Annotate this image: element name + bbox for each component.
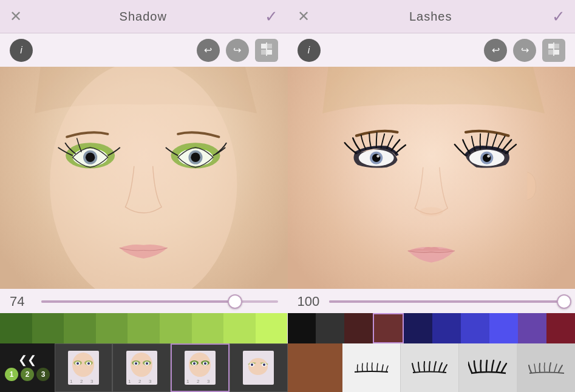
shadow-style-row: ❮❮ 1 2 3 [0, 343, 288, 392]
lashes-style-row [288, 343, 576, 392]
lashes-swatches [288, 313, 576, 343]
shadow-swatch-7[interactable] [192, 313, 224, 343]
svg-rect-55 [548, 44, 553, 49]
shadow-toolbar: i ↩ ↪ [0, 33, 288, 67]
lashes-slider-track[interactable] [329, 300, 566, 303]
shadow-slider-value: 74 [10, 294, 34, 309]
flip-icon [260, 42, 273, 58]
svg-point-43 [193, 362, 196, 365]
shadow-slider-area: 74 [0, 289, 288, 313]
svg-point-54 [263, 363, 265, 366]
lashes-slider-value: 100 [298, 294, 322, 309]
shadow-swatch-8[interactable] [223, 313, 256, 343]
svg-rect-58 [554, 50, 559, 55]
lashes-redo-icon: ↪ [521, 44, 529, 56]
svg-text:1: 1 [70, 379, 73, 384]
lashes-slider-fill [329, 300, 566, 303]
lashes-undo-button[interactable]: ↩ [484, 39, 507, 62]
lashes-info-button[interactable]: i [298, 39, 321, 62]
shadow-tab-3[interactable]: 3 [36, 368, 50, 381]
shadow-info-button[interactable]: i [10, 39, 33, 62]
undo-icon: ↩ [204, 44, 212, 56]
svg-rect-56 [554, 44, 559, 49]
shadow-title: Shadow [120, 10, 167, 24]
shadow-swatch-4[interactable] [96, 313, 128, 343]
chevron-double-icon: ❮❮ [18, 354, 36, 365]
shadow-swatches [0, 313, 288, 343]
shadow-style-2[interactable]: 1 2 3 [112, 343, 170, 392]
lashes-face-area [288, 67, 576, 289]
lashes-title: Lashes [409, 10, 452, 24]
svg-point-21 [77, 362, 79, 365]
lashes-flip-button[interactable] [542, 39, 565, 62]
shadow-style-items: 1 2 3 1 2 3 [55, 343, 288, 392]
lashes-style-wispy[interactable] [517, 343, 575, 392]
lashes-panel: ✕ Lashes ✓ i ↩ ↪ [288, 0, 576, 392]
lashes-swatch-dark-brown[interactable] [344, 313, 373, 343]
svg-rect-3 [267, 50, 272, 55]
lashes-close-button[interactable]: ✕ [298, 9, 310, 24]
shadow-confirm-button[interactable]: ✓ [265, 8, 278, 24]
lashes-redo-button[interactable]: ↪ [513, 39, 536, 62]
svg-point-52 [251, 363, 253, 366]
lashes-brown-swatch[interactable] [288, 343, 342, 392]
lashes-info-icon: i [308, 45, 310, 56]
svg-text:2: 2 [80, 379, 83, 384]
lashes-slider-thumb[interactable] [557, 294, 571, 309]
shadow-swatch-2[interactable] [32, 313, 64, 343]
lashes-undo-icon: ↩ [492, 44, 500, 56]
svg-text:3: 3 [207, 379, 210, 384]
svg-point-34 [146, 362, 148, 365]
lashes-header: ✕ Lashes ✓ [288, 0, 576, 33]
shadow-slider-track[interactable] [41, 300, 278, 303]
svg-rect-2 [261, 50, 266, 55]
redo-icon: ↪ [233, 44, 241, 56]
shadow-redo-button[interactable]: ↪ [226, 39, 249, 62]
lashes-swatch-burgundy[interactable] [546, 313, 575, 343]
lashes-swatch-dark-gray[interactable] [316, 313, 344, 343]
svg-rect-1 [267, 44, 272, 49]
svg-text:2: 2 [138, 379, 141, 384]
info-icon: i [20, 45, 22, 56]
shadow-close-button[interactable]: ✕ [10, 9, 22, 24]
lashes-style-items [342, 343, 576, 392]
shadow-slider-thumb[interactable] [228, 294, 242, 309]
shadow-swatch-3[interactable] [64, 313, 96, 343]
lashes-swatch-brown[interactable] [373, 313, 404, 343]
shadow-swatch-6[interactable] [160, 313, 192, 343]
shadow-style-1[interactable]: 1 2 3 [55, 343, 112, 392]
lashes-slider-area: 100 [288, 289, 576, 313]
shadow-flip-button[interactable] [255, 39, 278, 62]
shadow-swatch-1[interactable] [0, 313, 32, 343]
lashes-flip-icon [547, 42, 560, 58]
svg-text:1: 1 [186, 379, 189, 384]
shadow-swatch-5[interactable] [128, 313, 160, 343]
lashes-swatch-purple[interactable] [518, 313, 546, 343]
lashes-style-dramatic[interactable] [459, 343, 517, 392]
lashes-swatch-black[interactable] [288, 313, 316, 343]
lashes-confirm-button[interactable]: ✓ [552, 8, 565, 24]
svg-text:1: 1 [128, 379, 131, 384]
svg-point-50 [248, 358, 268, 375]
lashes-swatch-dark-blue[interactable] [432, 313, 461, 343]
svg-text:3: 3 [90, 379, 94, 384]
lashes-swatch-bright-blue[interactable] [489, 313, 518, 343]
shadow-tab-1[interactable]: 1 [5, 368, 18, 381]
svg-rect-57 [548, 50, 553, 55]
svg-text:3: 3 [149, 379, 152, 384]
lashes-style-natural[interactable] [342, 343, 401, 392]
lashes-style-classic[interactable] [401, 343, 459, 392]
svg-point-32 [135, 362, 137, 365]
shadow-face-area [0, 67, 288, 289]
shadow-panel: ✕ Shadow ✓ i ↩ ↪ [0, 0, 288, 392]
lashes-swatch-blue[interactable] [461, 313, 489, 343]
shadow-header: ✕ Shadow ✓ [0, 0, 288, 33]
shadow-undo-button[interactable]: ↩ [197, 39, 220, 62]
shadow-style-3[interactable]: 1 2 3 [171, 343, 230, 392]
shadow-slider-fill [41, 300, 235, 303]
shadow-tab-2[interactable]: 2 [21, 368, 34, 381]
shadow-style-4[interactable] [230, 343, 287, 392]
shadow-swatch-9[interactable] [256, 313, 288, 343]
lashes-swatch-navy[interactable] [404, 313, 432, 343]
lashes-toolbar: i ↩ ↪ [288, 33, 576, 67]
